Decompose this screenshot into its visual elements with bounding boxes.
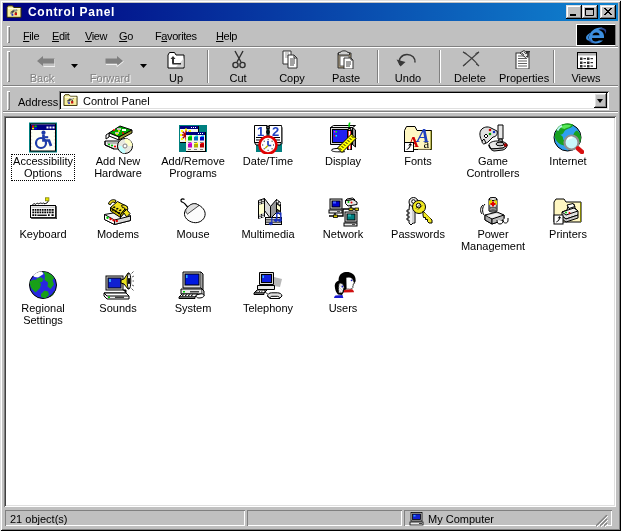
svg-text:1: 1 bbox=[257, 124, 264, 139]
svg-text:2: 2 bbox=[272, 124, 279, 139]
svg-text:a: a bbox=[424, 136, 430, 151]
